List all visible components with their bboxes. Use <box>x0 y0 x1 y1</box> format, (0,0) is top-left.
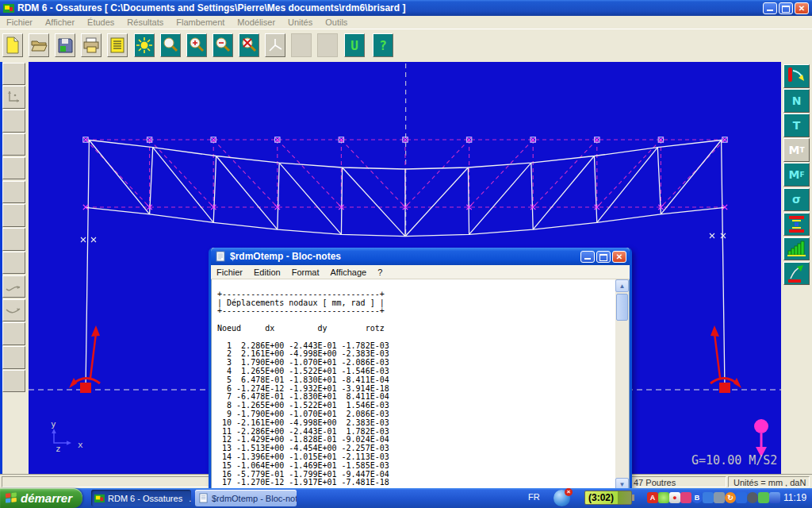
units-u-glyph: U <box>350 38 358 53</box>
normal-force-glyph: N <box>792 94 802 107</box>
main-window-title: RDM 6 - Ossatures [ C:\Documents and Set… <box>17 2 405 13</box>
maximize-button[interactable] <box>779 2 793 14</box>
scroll-thumb[interactable] <box>616 294 628 321</box>
menu-unites[interactable]: Unités <box>282 17 319 27</box>
taskbar-clock: 11:19 <box>783 492 806 503</box>
notepad-text-area[interactable]: +---------------------------------+ | Dé… <box>211 279 630 491</box>
messenger-tray-icon[interactable]: × <box>553 490 570 506</box>
left-tool-curve-2[interactable] <box>2 299 25 322</box>
minimize-button[interactable] <box>763 2 777 14</box>
open-file-button[interactable] <box>29 33 49 57</box>
cross-section-button[interactable] <box>783 213 810 237</box>
left-tool-6 <box>2 181 25 204</box>
curve-icon-2 <box>3 300 25 321</box>
windows-logo-icon <box>5 492 17 505</box>
save-button[interactable] <box>55 33 75 57</box>
notepad-maximize-button[interactable] <box>596 251 611 263</box>
menu-resultats[interactable]: Résultats <box>121 17 170 27</box>
deformed-shape-icon <box>785 65 808 87</box>
language-indicator[interactable]: FR <box>528 492 540 502</box>
notepad-menu-aide[interactable]: ? <box>372 267 388 277</box>
blocnotes-task-icon <box>198 493 209 503</box>
normal-force-button[interactable]: N <box>783 89 810 113</box>
sigma-glyph: σ <box>792 193 801 206</box>
bending-sub-glyph: F <box>799 171 804 179</box>
battery-meter[interactable]: (3:02) <box>584 491 632 505</box>
new-file-icon <box>5 37 21 54</box>
taskbar-task-blocnotes[interactable]: $rdmOtemp - Bloc-notes <box>195 490 297 506</box>
left-tool-8 <box>2 228 25 251</box>
help-button[interactable]: ? <box>373 33 393 57</box>
axis-z-label: z <box>56 444 61 454</box>
menu-fichier[interactable]: Fichier <box>0 17 39 27</box>
start-button[interactable]: démarrer <box>0 488 82 508</box>
shear-force-button[interactable]: T <box>783 114 810 137</box>
notepad-content[interactable]: +---------------------------------+ | Dé… <box>212 279 629 487</box>
tray-icon-app[interactable] <box>736 492 747 503</box>
left-tool-axes[interactable] <box>2 86 25 109</box>
status-beam-count: 47 Poutres <box>628 476 726 487</box>
zoom-in-button[interactable] <box>186 33 207 57</box>
scroll-up-arrow[interactable]: ▲ <box>615 279 629 292</box>
notepad-minimize-button[interactable] <box>580 251 595 263</box>
save-floppy-icon <box>57 37 73 53</box>
notepad-close-button[interactable]: ✕ <box>612 251 626 263</box>
zoom-out-button[interactable] <box>213 33 233 57</box>
tray-icon-battery[interactable] <box>769 492 780 503</box>
support-left <box>69 325 100 393</box>
task-rdm6-label: RDM 6 - Ossatures <box>108 494 182 503</box>
tray-icon-green[interactable] <box>658 492 669 503</box>
main-toolbar: U ? <box>0 29 812 63</box>
left-tool-12 <box>2 322 25 345</box>
axes-3d-button <box>265 33 285 57</box>
tray-icon-display[interactable] <box>703 492 714 503</box>
redraw-button[interactable] <box>134 33 155 57</box>
menu-etudes[interactable]: Études <box>81 17 121 27</box>
zoom-cancel-button[interactable] <box>239 33 259 57</box>
notepad-menu-fichier[interactable]: Fichier <box>211 267 248 277</box>
notepad-menu-format[interactable]: Format <box>286 267 325 277</box>
notepad-menu-affichage[interactable]: Affichage <box>325 267 373 277</box>
close-button[interactable]: ✕ <box>795 2 809 14</box>
taskbar-task-rdm6[interactable]: RDM 6 - Ossatures ... <box>91 490 191 506</box>
tray-icon-update[interactable]: ↻ <box>725 492 736 503</box>
notepad-scrollbar[interactable]: ▲ ▼ <box>615 279 629 491</box>
curve-icon <box>3 276 25 297</box>
tray-icon-gray[interactable] <box>747 492 758 503</box>
tray-icon-camera[interactable] <box>680 492 691 503</box>
menu-flambement[interactable]: Flambement <box>170 17 231 27</box>
axis-triad: y z x <box>51 419 83 454</box>
diagram-button[interactable] <box>783 237 810 261</box>
cross-section-icon <box>785 214 808 235</box>
new-file-button[interactable] <box>2 33 23 57</box>
notepad-title: $rdmOtemp - Bloc-notes <box>230 251 341 262</box>
printer-icon <box>82 37 100 53</box>
zoom-window-button[interactable] <box>160 33 181 57</box>
left-tool-3 <box>2 110 25 133</box>
report-button[interactable] <box>107 33 128 57</box>
tray-icon-network[interactable] <box>714 492 725 503</box>
influence-curve-button[interactable] <box>783 262 810 286</box>
torsion-sub-glyph: T <box>799 146 804 154</box>
axis-x-label: x <box>78 440 83 450</box>
print-button[interactable] <box>81 33 102 57</box>
left-tool-13 <box>2 346 25 369</box>
menu-afficher[interactable]: Afficher <box>39 17 81 27</box>
notepad-menu-edition[interactable]: Edition <box>248 267 286 277</box>
toolbar-button-empty-1 <box>291 33 312 57</box>
bending-moment-button[interactable]: MF <box>783 163 810 187</box>
notepad-titlebar[interactable]: $rdmOtemp - Bloc-notes ✕ <box>211 248 630 265</box>
units-button[interactable]: U <box>344 33 365 57</box>
tray-icon-mouse[interactable]: ● <box>669 492 680 503</box>
menu-outils[interactable]: Outils <box>319 17 354 27</box>
deformed-shape-button[interactable] <box>783 64 810 88</box>
stress-button[interactable]: σ <box>783 188 810 212</box>
notepad-window: $rdmOtemp - Bloc-notes ✕ Fichier Edition… <box>209 248 632 494</box>
document-list-icon <box>110 37 124 53</box>
menu-modeliser[interactable]: Modéliser <box>231 17 282 27</box>
left-tool-curve-1[interactable] <box>2 275 25 298</box>
tray-icon-bluetooth[interactable]: B <box>691 492 703 503</box>
tray-icon-acrobat[interactable]: A <box>647 492 658 503</box>
tray-icon-shield[interactable] <box>758 492 769 503</box>
battery-tip <box>632 495 634 501</box>
